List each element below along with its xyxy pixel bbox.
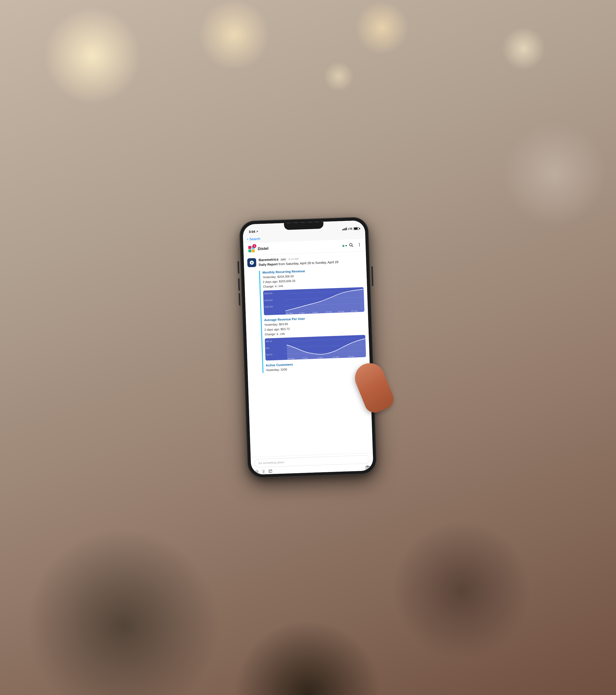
active-customers-section: Active Customers Yesterday: 3200 bbox=[266, 360, 366, 373]
back-label[interactable]: Search bbox=[249, 237, 260, 241]
workspace-name: Distel bbox=[258, 244, 341, 251]
signal-bar-2 bbox=[343, 229, 344, 231]
svg-text:14 Apr: 14 Apr bbox=[332, 356, 339, 358]
slack-quadrant-3 bbox=[249, 249, 251, 252]
svg-rect-25 bbox=[366, 467, 370, 470]
bottom-action-icons: @ / bbox=[255, 469, 273, 475]
location-icon: ↗ bbox=[256, 230, 258, 233]
time-display: 3:04 bbox=[249, 230, 255, 234]
arpu-chart: $63.50 $63 $62.50 bbox=[265, 335, 366, 360]
chart2-label-low: $62.50 bbox=[267, 354, 273, 356]
arpu-chart-svg: 30 Mar 4 Apr 9 Apr 14 Apr 19 Apr bbox=[265, 335, 366, 360]
chart2-label-mid: $63 bbox=[266, 347, 270, 350]
online-indicator bbox=[342, 245, 344, 247]
arpu-change-value: 0.19% bbox=[277, 333, 285, 336]
svg-line-1 bbox=[352, 246, 353, 247]
date-range: from Saturday, April 28 to Sunday, April… bbox=[278, 260, 338, 266]
chart-label-high: $200,000 bbox=[264, 292, 273, 295]
back-chevron-icon: ‹ bbox=[247, 237, 249, 241]
report-card: Monthly Recurring Revenue Yesterday: $20… bbox=[259, 267, 366, 373]
slash-command-icon[interactable]: / bbox=[262, 469, 265, 474]
svg-text:19 Apr: 19 Apr bbox=[347, 355, 354, 358]
svg-point-4 bbox=[359, 245, 360, 246]
svg-text:19 Apr: 19 Apr bbox=[338, 310, 344, 313]
signal-bars bbox=[342, 227, 347, 231]
phone-wrapper: 3:04 ↗ LTE bbox=[240, 217, 376, 478]
battery-fill bbox=[354, 228, 358, 230]
camera-icon[interactable] bbox=[365, 465, 370, 471]
baremetrics-avatar bbox=[247, 258, 256, 267]
app-badge: APP bbox=[280, 258, 287, 261]
input-placeholder: Jot something down bbox=[258, 461, 284, 465]
battery-icon bbox=[354, 227, 359, 230]
svg-text:30 Mar: 30 Mar bbox=[286, 312, 293, 315]
notch bbox=[284, 222, 324, 230]
attachment-icon[interactable] bbox=[268, 469, 273, 474]
chart2-label-high: $63.50 bbox=[266, 340, 272, 343]
notification-badge: 3 bbox=[252, 244, 257, 248]
svg-line-14 bbox=[284, 339, 365, 342]
svg-text:9 Apr: 9 Apr bbox=[318, 357, 323, 359]
search-icon[interactable] bbox=[349, 242, 353, 249]
svg-text:4 Apr: 4 Apr bbox=[299, 312, 305, 314]
header-icons bbox=[349, 242, 362, 249]
svg-text:30 Mar: 30 Mar bbox=[287, 358, 295, 360]
arpu-section: Average Revenue Per User Yesterday: $63.… bbox=[264, 315, 366, 360]
home-indicator bbox=[296, 474, 328, 475]
phone-device: 3:04 ↗ LTE bbox=[240, 217, 376, 478]
workspace-chevron-icon: ▾ bbox=[345, 244, 347, 248]
screen-content: 3:04 ↗ LTE bbox=[242, 220, 373, 475]
svg-text:4 Apr: 4 Apr bbox=[302, 357, 308, 359]
phone-screen: 3:04 ↗ LTE bbox=[242, 220, 373, 475]
message-input[interactable]: Jot something down bbox=[254, 455, 370, 468]
svg-text:9 Apr: 9 Apr bbox=[312, 311, 318, 313]
signal-bar-1 bbox=[342, 229, 343, 231]
svg-rect-22 bbox=[269, 470, 272, 472]
mention-icon[interactable]: @ bbox=[255, 470, 259, 475]
report-title: Daily Report bbox=[259, 262, 278, 267]
message-timestamp: 6:12 AM bbox=[289, 257, 298, 260]
svg-point-3 bbox=[359, 244, 360, 245]
svg-text:24 Apr: 24 Apr bbox=[351, 310, 358, 312]
mrr-chart-svg: 30 Mar 4 Apr 9 Apr 14 Apr 19 Apr 24 Apr bbox=[263, 287, 364, 315]
status-time: 3:04 ↗ bbox=[249, 230, 258, 234]
mrr-change-value: 0.34% bbox=[275, 285, 283, 288]
signal-bar-4 bbox=[346, 227, 347, 230]
message-area: Baremetrics APP 6:12 AM Daily Report fro… bbox=[244, 251, 373, 457]
network-label: LTE bbox=[348, 227, 353, 230]
svg-text:14 Apr: 14 Apr bbox=[325, 311, 332, 313]
svg-point-26 bbox=[367, 467, 369, 469]
mrr-section: Monthly Recurring Revenue Yesterday: $20… bbox=[262, 267, 364, 316]
chart-label-mid: $195,000 bbox=[264, 299, 273, 302]
slack-quadrant-4 bbox=[252, 249, 255, 252]
sender-name: Baremetrics bbox=[258, 257, 278, 262]
mrr-chart: $200,000 $195,000 $190,000 bbox=[263, 287, 364, 315]
svg-point-2 bbox=[359, 243, 360, 244]
chart-label-low: $190,000 bbox=[264, 306, 273, 308]
signal-bar-3 bbox=[345, 228, 345, 230]
more-options-icon[interactable] bbox=[357, 242, 362, 248]
slack-quadrant-1 bbox=[248, 246, 251, 249]
status-right: LTE bbox=[342, 227, 359, 230]
message-content: Baremetrics APP 6:12 AM Daily Report fro… bbox=[258, 254, 363, 267]
slack-logo: 3 bbox=[247, 245, 256, 253]
workspace-info[interactable]: Distel ▾ bbox=[258, 243, 347, 251]
